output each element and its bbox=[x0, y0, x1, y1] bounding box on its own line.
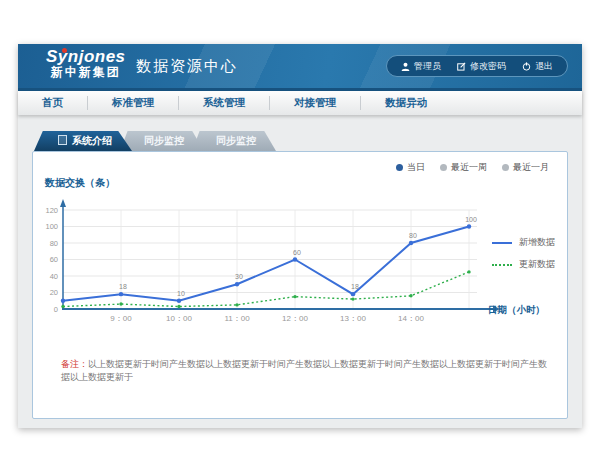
radio-label: 当日 bbox=[407, 161, 425, 174]
tab-label: 同步监控 bbox=[216, 135, 256, 146]
tab-label: 系统介绍 bbox=[72, 135, 112, 146]
header: Synjones 新中新集团 数据资源中心 管理员 修改密码 退出 bbox=[18, 44, 582, 91]
document-icon bbox=[58, 135, 67, 145]
solid-line-icon bbox=[492, 242, 512, 244]
nav-item-data-change[interactable]: 数据异动 bbox=[360, 96, 451, 110]
tab-system-intro[interactable]: 系统介绍 bbox=[34, 131, 132, 151]
radio-label: 最近一月 bbox=[513, 161, 549, 174]
tab-sync-monitor-1[interactable]: 同步监控 bbox=[120, 131, 204, 151]
svg-text:13：00: 13：00 bbox=[340, 314, 366, 323]
radio-today[interactable]: 当日 bbox=[396, 161, 425, 174]
svg-text:40: 40 bbox=[50, 272, 58, 281]
y-axis-title: 数据交换（条） bbox=[45, 176, 115, 190]
svg-text:120: 120 bbox=[45, 206, 58, 215]
chart-panel: 当日 最近一周 最近一月 数据交换（条） 0204060801001209：00… bbox=[32, 151, 568, 419]
user-toolbar: 管理员 修改密码 退出 bbox=[386, 55, 568, 77]
edit-icon bbox=[457, 62, 466, 71]
page-title: 数据资源中心 bbox=[136, 57, 238, 76]
change-password-label: 修改密码 bbox=[470, 60, 506, 73]
legend-label: 新增数据 bbox=[519, 236, 555, 249]
page: Synjones 新中新集团 数据资源中心 管理员 修改密码 退出 bbox=[0, 0, 600, 450]
legend-label: 更新数据 bbox=[519, 258, 555, 271]
user-label: 管理员 bbox=[414, 60, 441, 73]
logout-label: 退出 bbox=[535, 60, 553, 73]
change-password-button[interactable]: 修改密码 bbox=[457, 60, 506, 73]
legend-item-new-data: 新增数据 bbox=[492, 236, 555, 249]
svg-text:18: 18 bbox=[119, 283, 127, 290]
svg-text:10：00: 10：00 bbox=[166, 314, 192, 323]
time-range-filter: 当日 最近一周 最近一月 bbox=[396, 161, 549, 174]
svg-text:60: 60 bbox=[50, 255, 58, 264]
user-menu[interactable]: 管理员 bbox=[401, 60, 441, 73]
line-chart: 0204060801001209：0010：0011：0012：0013：001… bbox=[35, 196, 507, 324]
radio-dot-icon bbox=[502, 164, 509, 171]
chart-legend: 新增数据 更新数据 bbox=[492, 236, 555, 271]
logo-accent-dot bbox=[62, 48, 67, 53]
svg-text:11：00: 11：00 bbox=[224, 314, 250, 323]
svg-text:12：00: 12：00 bbox=[282, 314, 308, 323]
nav-item-standard-mgmt[interactable]: 标准管理 bbox=[87, 96, 178, 110]
radio-last-month[interactable]: 最近一月 bbox=[502, 161, 549, 174]
svg-text:0: 0 bbox=[54, 305, 58, 314]
logout-button[interactable]: 退出 bbox=[522, 60, 553, 73]
chart-area: 0204060801001209：0010：0011：0012：0013：001… bbox=[35, 196, 507, 328]
nav-item-docking-mgmt[interactable]: 对接管理 bbox=[269, 96, 360, 110]
svg-text:60: 60 bbox=[293, 249, 301, 256]
radio-dot-icon bbox=[440, 164, 447, 171]
content-area: 系统介绍 同步监控 同步监控 当日 最近一周 bbox=[18, 115, 582, 428]
svg-text:100: 100 bbox=[465, 216, 477, 223]
footnote-text: 以上数据更新于时间产生数据以上数据更新于时间产生数据以上数据更新于时间产生数据以… bbox=[61, 359, 547, 382]
footnote-prefix: 备注： bbox=[61, 359, 88, 369]
svg-text:14：00: 14：00 bbox=[398, 314, 424, 323]
company-logo: Synjones 新中新集团 bbox=[46, 48, 126, 78]
radio-label: 最近一周 bbox=[451, 161, 487, 174]
user-icon bbox=[401, 62, 410, 71]
nav-item-system-mgmt[interactable]: 系统管理 bbox=[178, 96, 269, 110]
radio-last-week[interactable]: 最近一周 bbox=[440, 161, 487, 174]
svg-text:9：00: 9：00 bbox=[110, 314, 132, 323]
svg-text:100: 100 bbox=[45, 222, 58, 231]
tab-bar: 系统介绍 同步监控 同步监控 bbox=[34, 131, 276, 151]
x-axis-title: 日期（小时） bbox=[488, 304, 545, 317]
svg-text:30: 30 bbox=[235, 273, 243, 280]
svg-text:10: 10 bbox=[177, 290, 185, 297]
dotted-line-icon bbox=[492, 264, 512, 266]
tab-sync-monitor-2[interactable]: 同步监控 bbox=[192, 131, 276, 151]
app-window: Synjones 新中新集团 数据资源中心 管理员 修改密码 退出 bbox=[18, 44, 582, 428]
svg-text:80: 80 bbox=[409, 232, 417, 239]
svg-text:80: 80 bbox=[50, 239, 58, 248]
svg-text:20: 20 bbox=[50, 288, 58, 297]
footnote: 备注：以上数据更新于时间产生数据以上数据更新于时间产生数据以上数据更新于时间产生… bbox=[61, 358, 551, 383]
logo-text-en: Synjones bbox=[46, 48, 126, 66]
svg-text:18: 18 bbox=[351, 283, 359, 290]
logo-text-cn: 新中新集团 bbox=[46, 66, 126, 79]
power-icon bbox=[522, 62, 531, 71]
tab-label: 同步监控 bbox=[144, 135, 184, 146]
main-nav: 首页 标准管理 系统管理 对接管理 数据异动 bbox=[18, 91, 582, 115]
nav-item-home[interactable]: 首页 bbox=[18, 96, 87, 110]
legend-item-updated-data: 更新数据 bbox=[492, 258, 555, 271]
radio-dot-icon bbox=[396, 164, 403, 171]
